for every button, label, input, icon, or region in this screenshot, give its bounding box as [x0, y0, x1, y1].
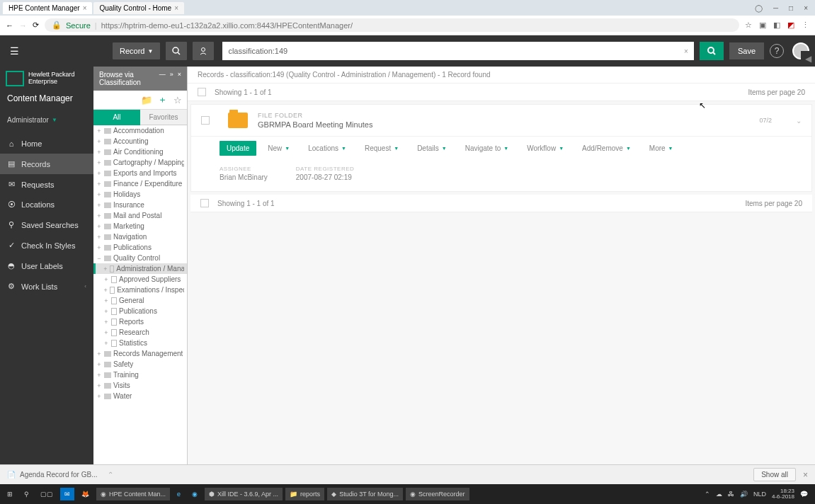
minimize-panel-icon[interactable]: — — [159, 71, 166, 86]
tab-favorites[interactable]: Favorites — [140, 110, 187, 125]
expand-icon[interactable]: + — [96, 372, 102, 379]
expand-icon[interactable]: + — [103, 297, 109, 304]
tree-item[interactable]: +Safety — [93, 359, 187, 370]
select-all-checkbox-bottom[interactable] — [200, 199, 209, 207]
search-options-icon[interactable] — [166, 42, 187, 60]
edge-icon[interactable]: e — [173, 488, 185, 500]
close-download-bar-icon[interactable]: × — [803, 470, 808, 480]
lang-indicator[interactable]: NLD — [753, 491, 766, 498]
tree-item[interactable]: +Records Management — [93, 348, 187, 359]
tree-item[interactable]: +Mail and Postal — [93, 210, 187, 221]
expand-icon[interactable]: + — [96, 223, 102, 230]
tree-item[interactable]: +Publications — [93, 306, 187, 316]
update-button[interactable]: Update — [220, 141, 256, 156]
task-view-icon[interactable]: ▢▢ — [36, 488, 57, 500]
collapse-icon[interactable]: − — [96, 255, 102, 262]
select-all-checkbox[interactable] — [198, 88, 206, 96]
expand-icon[interactable]: + — [96, 170, 102, 177]
help-icon[interactable]: ? — [770, 44, 784, 58]
tree-item[interactable]: +Examinations / Inspections — [93, 285, 187, 295]
expand-icon[interactable]: + — [96, 350, 102, 357]
workflow-button[interactable]: Workflow▼ — [520, 141, 571, 156]
chevron-up-icon[interactable]: ⌃ — [108, 471, 113, 479]
tree-item[interactable]: +Navigation — [93, 231, 187, 242]
url-input[interactable]: 🔒 Secure | https://hptrim-demo-eu1-c132a… — [45, 18, 739, 32]
tree-item[interactable]: +Cartography / Mapping — [93, 157, 187, 168]
tree-item[interactable]: +Administration / Management — [93, 263, 187, 274]
expand-icon[interactable]: + — [96, 149, 102, 156]
add-remove-button[interactable]: Add/Remove▼ — [575, 141, 638, 156]
tree-item[interactable]: +Approved Suppliers — [93, 274, 187, 285]
expand-icon[interactable]: + — [96, 191, 102, 198]
start-button[interactable]: ⊞ — [3, 488, 17, 500]
reload-icon[interactable]: ⟳ — [33, 21, 39, 30]
nav-locations[interactable]: ⦿Locations — [0, 195, 93, 214]
expand-icon[interactable]: + — [103, 308, 109, 315]
expand-icon[interactable]: + — [96, 361, 102, 368]
tree-item[interactable]: +Visits — [93, 380, 187, 391]
add-icon[interactable]: ＋ — [156, 93, 169, 106]
outlook-icon[interactable]: ✉ — [60, 488, 74, 500]
tray-chevron-icon[interactable]: ⌃ — [705, 491, 710, 498]
nav-user-labels[interactable]: ◓User Labels — [0, 256, 93, 276]
tree-item[interactable]: +Accounting — [93, 136, 187, 147]
expand-icon[interactable]: + — [96, 202, 102, 209]
tree-item[interactable]: +Reports — [93, 316, 187, 327]
notification-icon[interactable]: 💬 — [800, 491, 808, 498]
tree-item[interactable]: +Holidays — [93, 189, 187, 200]
expand-icon[interactable]: + — [96, 382, 102, 389]
tree-item[interactable]: +Air Conditioning — [93, 147, 187, 157]
tree-item[interactable]: +Statistics — [93, 338, 187, 348]
expand-icon[interactable]: + — [96, 127, 102, 134]
tab-all[interactable]: All — [93, 110, 140, 125]
extension-icon[interactable]: ▣ — [759, 21, 766, 30]
nav-work-lists[interactable]: ⚙Work Lists‹ — [0, 276, 93, 297]
new-button[interactable]: New▼ — [261, 141, 297, 156]
firefox-icon[interactable]: 🦊 — [77, 488, 93, 500]
chrome-task[interactable]: ◉HPE Content Man... — [96, 488, 170, 500]
tree-item[interactable]: +Insurance — [93, 200, 187, 210]
expand-icon[interactable]: + — [103, 340, 109, 347]
star-icon[interactable]: ☆ — [745, 21, 752, 30]
close-icon[interactable]: × — [174, 4, 178, 12]
tree-item[interactable]: +Accommodation — [93, 125, 187, 136]
expand-icon[interactable]: + — [103, 319, 109, 326]
collapse-icon[interactable]: ◀ — [805, 54, 811, 64]
more-button[interactable]: More▼ — [642, 141, 680, 156]
record-title[interactable]: GBRMPA Board Meeting Minutes — [258, 120, 749, 129]
close-window-icon[interactable]: × — [804, 4, 808, 12]
new-folder-icon[interactable]: 📁 — [140, 93, 153, 106]
tree-item[interactable]: +Training — [93, 370, 187, 380]
tree-item[interactable]: +Finance / Expenditure — [93, 178, 187, 189]
show-all-button[interactable]: Show all — [753, 468, 796, 481]
nav-home[interactable]: ⌂Home — [0, 134, 93, 154]
browser-tab-2[interactable]: Quality Control - Home × — [93, 2, 184, 14]
hamburger-icon[interactable]: ☰ — [6, 41, 23, 61]
onedrive-icon[interactable]: ☁ — [716, 491, 722, 498]
tree-item[interactable]: +Water — [93, 391, 187, 401]
clear-icon[interactable]: × — [684, 47, 688, 55]
app-icon[interactable]: ◉ — [188, 488, 202, 500]
user-search-icon[interactable] — [193, 42, 214, 60]
nav-saved-searches[interactable]: ⚲Saved Searches — [0, 214, 93, 235]
tree-item[interactable]: +Exports and Imports — [93, 168, 187, 178]
locations-button[interactable]: Locations▼ — [301, 141, 353, 156]
expand-icon[interactable]: + — [96, 234, 102, 241]
maximize-icon[interactable]: □ — [789, 4, 793, 12]
expand-icon[interactable]: + — [103, 276, 109, 283]
record-type-selector[interactable]: Record ▼ — [113, 42, 160, 59]
menu-icon[interactable]: ⋮ — [802, 21, 809, 30]
screenrecorder-task[interactable]: ◉ScreenRecorder — [406, 488, 469, 500]
nav-records[interactable]: ▤Records — [0, 154, 93, 174]
xill-ide-task[interactable]: ⬢Xill IDE - 3.6.9, Apr ... — [205, 488, 283, 500]
studio3t-task[interactable]: ◆Studio 3T for Mong... — [327, 488, 403, 500]
expand-icon[interactable]: + — [96, 181, 102, 188]
expand-icon[interactable]: + — [103, 329, 109, 336]
expand-panel-icon[interactable]: » — [170, 71, 173, 86]
close-icon[interactable]: × — [83, 4, 87, 12]
clock[interactable]: 18:23 4-6-2018 — [772, 488, 794, 500]
volume-icon[interactable]: 🔊 — [740, 491, 748, 498]
favorite-icon[interactable]: ☆ — [171, 93, 184, 106]
close-panel-icon[interactable]: × — [178, 71, 181, 86]
nav-requests[interactable]: ✉Requests — [0, 174, 93, 195]
